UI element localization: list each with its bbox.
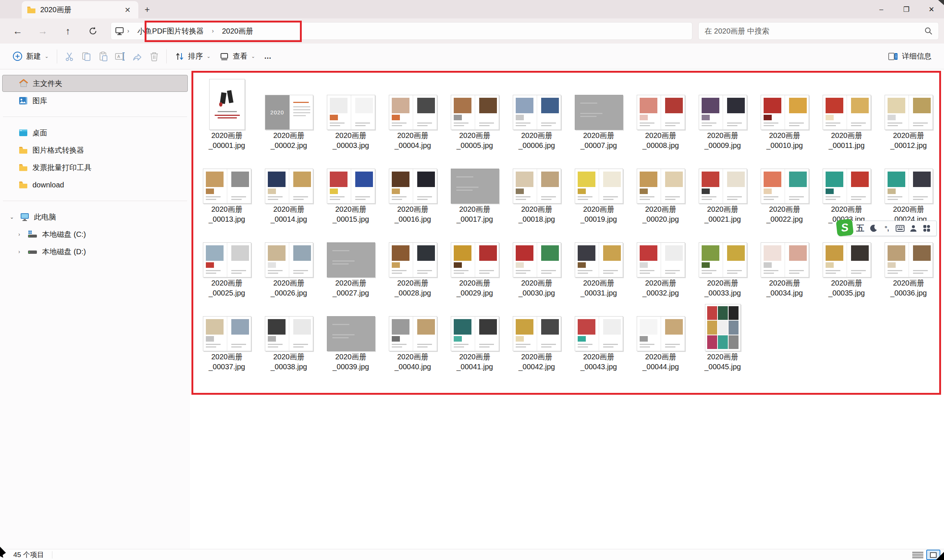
paste-button[interactable] bbox=[95, 48, 112, 65]
sidebar-item-[interactable]: ⌄此电脑 bbox=[2, 208, 188, 225]
file-item-00018[interactable]: 2020画册_00018.jpg bbox=[506, 150, 568, 223]
file-item-00030[interactable]: 2020画册_00030.jpg bbox=[506, 223, 568, 297]
ime-toolbar[interactable]: S 五 °, bbox=[838, 221, 936, 236]
copy-button[interactable] bbox=[78, 48, 95, 65]
file-item-00044[interactable]: 2020画册_00044.jpg bbox=[630, 297, 692, 371]
chevron-right-icon[interactable]: › bbox=[15, 249, 23, 255]
file-item-00008[interactable]: 2020画册_00008.jpg bbox=[630, 76, 692, 150]
explorer-tab[interactable]: 2020画册 ✕ bbox=[22, 1, 138, 18]
delete-button[interactable] bbox=[146, 48, 163, 65]
toolbox-icon[interactable] bbox=[920, 222, 933, 235]
file-item-00016[interactable]: 2020画册_00016.jpg bbox=[382, 150, 444, 223]
sidebar-item-download[interactable]: download bbox=[2, 176, 188, 193]
file-item-00015[interactable]: 2020画册_00015.jpg bbox=[320, 150, 382, 223]
sogou-logo-icon[interactable]: S bbox=[836, 219, 853, 237]
refresh-button[interactable] bbox=[86, 24, 100, 38]
tab-close-icon[interactable]: ✕ bbox=[122, 5, 133, 15]
search-input[interactable]: 在 2020画册 中搜索 bbox=[698, 22, 939, 40]
file-item-00043[interactable]: 2020画册_00043.jpg bbox=[568, 297, 630, 371]
maximize-button[interactable]: ❐ bbox=[894, 0, 919, 18]
up-button[interactable]: ↑ bbox=[60, 24, 75, 38]
file-name-line1: 2020画册 bbox=[397, 352, 429, 361]
file-item-00003[interactable]: 2020画册_00003.jpg bbox=[320, 76, 382, 150]
file-item-00001[interactable]: 2020画册_00001.jpg bbox=[196, 76, 258, 150]
file-item-00023[interactable]: 2020画册_00023.jpg bbox=[816, 150, 878, 223]
forward-button[interactable]: → bbox=[35, 24, 50, 38]
file-item-00020[interactable]: 2020画册_00020.jpg bbox=[630, 150, 692, 223]
keyboard-icon[interactable] bbox=[893, 222, 907, 235]
file-item-00037[interactable]: 2020画册_00037.jpg bbox=[196, 297, 258, 371]
file-item-00011[interactable]: 2020画册_00011.jpg bbox=[816, 76, 878, 150]
file-item-00033[interactable]: 2020画册_00033.jpg bbox=[692, 223, 753, 297]
view-button[interactable]: 查看 ⌄ bbox=[215, 48, 260, 64]
file-item-00007[interactable]: 2020画册_00007.jpg bbox=[568, 76, 630, 150]
new-tab-button[interactable]: + bbox=[141, 4, 154, 15]
cut-button[interactable] bbox=[61, 48, 78, 65]
sidebar-item-[interactable]: 主文件夹 bbox=[2, 75, 188, 92]
file-item-00045[interactable]: 2020画册_00045.jpg bbox=[692, 297, 753, 371]
file-name-line1: 2020画册 bbox=[521, 205, 553, 214]
file-item-00028[interactable]: 2020画册_00028.jpg bbox=[382, 223, 444, 297]
rename-button[interactable]: A bbox=[112, 48, 129, 65]
file-list-pane[interactable]: 2020画册_00001.jpg20202020画册_00002.jpg2020… bbox=[190, 69, 944, 549]
folder-icon bbox=[18, 163, 28, 172]
file-item-00034[interactable]: 2020画册_00034.jpg bbox=[753, 223, 816, 297]
file-item-00038[interactable]: 2020画册_00038.jpg bbox=[258, 297, 320, 371]
file-item-00039[interactable]: 2020画册_00039.jpg bbox=[320, 297, 382, 371]
file-name-line2: _00027.jpg bbox=[333, 288, 369, 297]
file-item-00032[interactable]: 2020画册_00032.jpg bbox=[630, 223, 692, 297]
night-mode-icon[interactable] bbox=[867, 222, 880, 235]
file-item-00009[interactable]: 2020画册_00009.jpg bbox=[692, 76, 753, 150]
chevron-right-icon[interactable]: › bbox=[15, 231, 23, 237]
file-name-line2: _00013.jpg bbox=[209, 215, 245, 223]
minimize-button[interactable]: – bbox=[869, 0, 894, 18]
punctuation-icon[interactable]: °, bbox=[880, 222, 893, 235]
file-item-00012[interactable]: 2020画册_00012.jpg bbox=[878, 76, 939, 150]
file-item-00019[interactable]: 2020画册_00019.jpg bbox=[568, 150, 630, 223]
file-item-00042[interactable]: 2020画册_00042.jpg bbox=[506, 297, 568, 371]
file-item-00026[interactable]: 2020画册_00026.jpg bbox=[258, 223, 320, 297]
file-name-line2: _00006.jpg bbox=[519, 141, 555, 150]
sidebar-item-[interactable]: 图片格式转换器 bbox=[2, 142, 188, 158]
file-item-00005[interactable]: 2020画册_00005.jpg bbox=[444, 76, 506, 150]
file-item-00031[interactable]: 2020画册_00031.jpg bbox=[568, 223, 630, 297]
file-name-line2: _00030.jpg bbox=[519, 288, 555, 297]
wubi-mode-icon[interactable]: 五 bbox=[853, 222, 867, 235]
address-bar[interactable]: › 小鱼PDF图片转换器 › 2020画册 bbox=[111, 22, 692, 40]
close-button[interactable]: ✕ bbox=[919, 0, 944, 18]
file-item-00025[interactable]: 2020画册_00025.jpg bbox=[196, 223, 258, 297]
file-item-00010[interactable]: 2020画册_00010.jpg bbox=[753, 76, 816, 150]
back-button[interactable]: ← bbox=[10, 24, 25, 38]
file-item-00040[interactable]: 2020画册_00040.jpg bbox=[382, 297, 444, 371]
file-item-00024[interactable]: 2020画册_00024.jpg bbox=[878, 150, 939, 223]
sidebar-item-d[interactable]: ›本地磁盘 (D:) bbox=[2, 243, 188, 260]
breadcrumb-chevron-icon: › bbox=[126, 28, 130, 34]
chevron-down-icon[interactable]: ⌄ bbox=[8, 214, 15, 220]
details-pane-button[interactable]: 详细信息 bbox=[884, 48, 936, 64]
share-button[interactable] bbox=[129, 48, 146, 65]
more-button[interactable]: … bbox=[260, 49, 277, 63]
file-item-00041[interactable]: 2020画册_00041.jpg bbox=[444, 297, 506, 371]
sort-button[interactable]: 排序 ⌄ bbox=[171, 48, 215, 64]
details-pane-label: 详细信息 bbox=[902, 51, 932, 61]
file-name-line1: 2020画册 bbox=[273, 131, 305, 140]
file-item-00014[interactable]: 2020画册_00014.jpg bbox=[258, 150, 320, 223]
breadcrumb-item-converter[interactable]: 小鱼PDF图片转换器 bbox=[132, 24, 209, 38]
file-item-00022[interactable]: 2020画册_00022.jpg bbox=[753, 150, 816, 223]
new-button[interactable]: 新建 ⌄ bbox=[8, 48, 53, 64]
file-item-00021[interactable]: 2020画册_00021.jpg bbox=[692, 150, 753, 223]
file-item-00013[interactable]: 2020画册_00013.jpg bbox=[196, 150, 258, 223]
file-item-00017[interactable]: 2020画册_00017.jpg bbox=[444, 150, 506, 223]
sidebar-item-c[interactable]: ›本地磁盘 (C:) bbox=[2, 226, 188, 243]
file-item-00006[interactable]: 2020画册_00006.jpg bbox=[506, 76, 568, 150]
file-item-00002[interactable]: 20202020画册_00002.jpg bbox=[258, 76, 320, 150]
sidebar-item-[interactable]: 发票批量打印工具 bbox=[2, 159, 188, 176]
breadcrumb-item-current[interactable]: 2020画册 bbox=[217, 24, 258, 38]
sidebar-item-[interactable]: 图库 bbox=[2, 92, 188, 109]
details-view-toggle-icon[interactable] bbox=[912, 551, 923, 559]
sidebar-item-[interactable]: 桌面 bbox=[2, 124, 188, 141]
file-item-00027[interactable]: 2020画册_00027.jpg bbox=[320, 223, 382, 297]
account-icon[interactable] bbox=[907, 222, 920, 235]
file-item-00004[interactable]: 2020画册_00004.jpg bbox=[382, 76, 444, 150]
file-item-00029[interactable]: 2020画册_00029.jpg bbox=[444, 223, 506, 297]
